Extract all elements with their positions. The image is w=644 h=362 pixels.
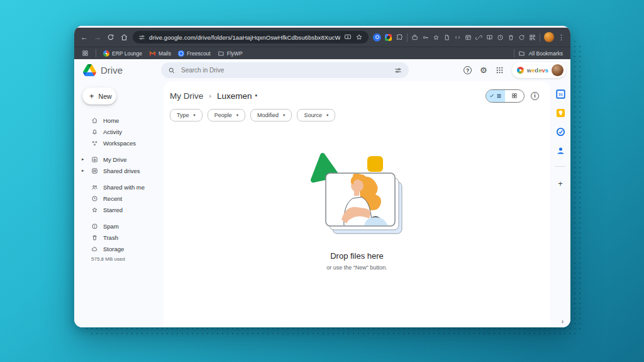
sidebar-item-trash[interactable]: Trash [74,232,164,243]
account-avatar[interactable] [552,64,564,76]
empty-state-illustration [304,147,411,241]
sidebar-item-spam[interactable]: Spam [74,220,164,232]
drive-content: + New Home Activity [74,81,570,327]
star-extension-icon[interactable] [433,34,440,41]
browser-toolbar: ← → drive.google.com/drive/folders/1aaHa… [74,28,570,47]
google-apps-grid-icon[interactable] [496,66,504,74]
get-add-ons-icon[interactable]: + [558,179,563,188]
send-to-device-icon[interactable] [344,33,352,41]
sidebar-item-activity[interactable]: Activity [74,126,164,137]
extensions-row: ⋮ [373,32,565,42]
search-icon[interactable] [168,67,175,74]
bookmark-label: ERP Lounge [112,50,142,57]
folder-icon [518,50,525,57]
chevron-down-icon: ▾ [326,113,328,118]
filter-chip-people[interactable]: People ▾ [208,109,245,122]
home-icon[interactable] [119,32,128,42]
bookmark-mails[interactable]: Mails [149,50,171,57]
browser-profile-avatar[interactable] [544,32,554,42]
grid-view-button[interactable] [505,90,524,102]
tasks-icon[interactable] [556,127,565,137]
trash-extension-icon[interactable] [508,34,514,41]
gmail-icon [149,50,156,56]
sidebar-item-starred[interactable]: Starred [74,204,164,215]
view-toggle [486,89,525,103]
chevron-down-icon: ▾ [283,113,285,118]
toolbar-divider [540,33,540,42]
sidebar-item-recent[interactable]: Recent [74,193,164,204]
breadcrumb-my-drive[interactable]: My Drive [170,91,203,101]
freescout-icon [178,50,184,57]
folder-menu-caret-icon: ▾ [255,93,257,98]
keep-icon[interactable] [556,108,565,118]
extensions-puzzle-icon[interactable] [396,33,403,41]
sidebar-item-shared-with-me[interactable]: Shared with me [74,181,164,193]
trash-icon [91,234,98,241]
bookmark-erp-lounge[interactable]: ERP Lounge [103,50,142,57]
drive-logo-block[interactable]: Drive [83,64,161,76]
chevron-down-icon: ▾ [194,113,196,118]
details-info-icon[interactable]: i [531,92,539,100]
history-icon[interactable] [497,34,504,41]
book-icon[interactable] [486,34,493,41]
chevron-down-icon: ▾ [236,113,238,118]
list-view-button[interactable] [486,90,505,102]
calendar-icon[interactable]: 31 [556,89,565,99]
settings-gear-icon[interactable]: ⚙ [480,66,487,74]
wedevs-brand: wedevs [527,67,548,74]
toolbar-divider [407,33,408,42]
search-options-icon[interactable] [394,67,402,74]
breadcrumb-current-folder[interactable]: Luxemen ▾ [217,91,257,101]
forward-icon[interactable]: → [93,32,102,42]
table-icon[interactable] [465,34,472,41]
1password-icon[interactable] [373,33,381,42]
bookmark-flywp[interactable]: FlyWP [218,50,243,57]
sidebar-item-storage[interactable]: Storage [74,243,164,254]
bookmark-freescout[interactable]: Freescout [178,50,211,57]
filter-chip-type[interactable]: Type ▾ [170,109,203,122]
help-icon[interactable]: ? [464,66,472,74]
sidebar-item-my-drive[interactable]: ▸ My Drive [74,154,164,165]
collapse-panel-icon[interactable]: › [562,318,564,325]
bookmark-label: Mails [158,50,171,57]
back-icon[interactable]: ← [80,32,89,42]
empty-state-subtitle: or use the “New” button. [326,264,387,271]
new-button[interactable]: + New [82,88,116,105]
all-bookmarks[interactable]: All Bookmarks [514,49,563,57]
sidebar-item-workspaces[interactable]: Workspaces [74,137,164,149]
link-icon[interactable] [475,34,482,41]
sidebar-item-home[interactable]: Home [74,115,164,126]
qr-grid-icon[interactable] [529,34,536,41]
code-icon[interactable] [454,34,461,41]
url-bar[interactable]: drive.google.com/drive/folders/1aaHajHqx… [133,31,369,43]
contacts-icon[interactable] [556,146,565,156]
expand-caret-icon[interactable]: ▸ [82,157,86,162]
apps-grid-bookmark-icon[interactable] [82,50,89,57]
site-settings-icon[interactable] [138,34,145,41]
search-bar[interactable] [161,62,409,78]
bookmark-label: Freescout [187,50,211,57]
search-input[interactable] [181,67,389,74]
home-nav-icon [91,117,98,124]
filter-chip-source[interactable]: Source ▾ [297,109,335,122]
browser-menu-icon[interactable]: ⋮ [558,33,565,42]
account-chip[interactable]: wedevs [512,62,566,78]
briefcase-icon[interactable] [411,34,418,41]
folder-icon [218,50,225,57]
expand-caret-icon[interactable]: ▸ [82,168,86,173]
screen-capture-icon[interactable] [385,34,392,41]
spam-icon [91,223,98,230]
all-bookmarks-label: All Bookmarks [529,50,563,57]
url-text[interactable]: drive.google.com/drive/folders/1aaHajHqx… [149,34,340,41]
key-icon[interactable] [422,34,429,41]
reload-icon[interactable] [106,32,115,42]
wedevs-logo-icon [517,67,524,74]
bookmark-star-icon[interactable] [355,33,363,41]
sidebar-item-shared-drives[interactable]: ▸ Shared drives [74,165,164,176]
refresh-icon[interactable] [518,34,525,41]
document-icon[interactable] [443,34,450,41]
bookmarks-bar: ERP Lounge Mails Freescout FlyWP [74,47,570,59]
filter-chip-modified[interactable]: Modified ▾ [250,109,292,122]
breadcrumb-separator-icon: › [209,92,211,99]
new-button-label: New [99,93,112,100]
